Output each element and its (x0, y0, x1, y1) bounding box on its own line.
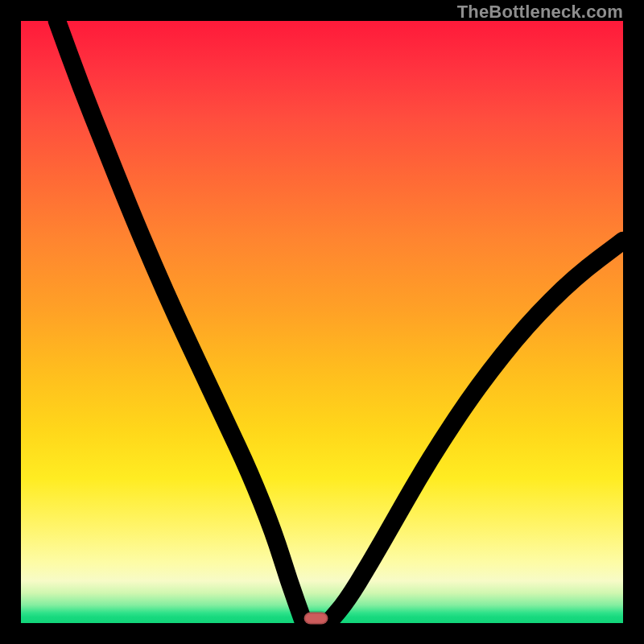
chart-frame: TheBottleneck.com (0, 0, 644, 644)
curve-left-branch (57, 21, 304, 623)
curve-right-branch (328, 241, 623, 623)
valley-marker (304, 613, 328, 625)
watermark-text: TheBottleneck.com (457, 2, 623, 23)
curve-layer (21, 21, 623, 623)
